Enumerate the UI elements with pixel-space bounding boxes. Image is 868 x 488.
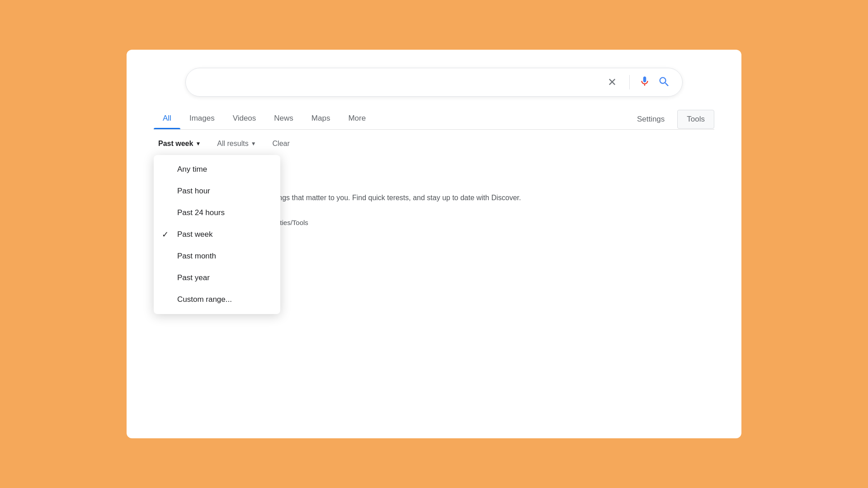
dropdown-item-past-month[interactable]: Past month (154, 245, 280, 267)
tabs-left: All Images Videos News Maps More (154, 109, 630, 129)
time-filter-caret: ▼ (195, 141, 201, 147)
tab-news[interactable]: News (265, 109, 302, 129)
dropdown-item-past-year[interactable]: Past year (154, 267, 280, 289)
tools-button[interactable]: Tools (677, 110, 714, 129)
search-button[interactable] (654, 74, 674, 91)
clear-search-icon[interactable]: ✕ (604, 74, 620, 90)
results-filter-caret: ▼ (251, 141, 256, 147)
search-bar: Google search ✕ (185, 68, 683, 97)
results-filter-label: All results (217, 140, 248, 148)
dropdown-item-past-hour[interactable]: Past hour (154, 180, 280, 202)
dropdown-item-label: Any time (177, 165, 207, 174)
tabs-right: Settings Tools (630, 110, 714, 129)
clear-button[interactable]: Clear (268, 137, 294, 150)
dropdown-item-label: Custom range... (177, 295, 232, 304)
tab-all[interactable]: All (154, 109, 180, 129)
dropdown-item-label: Past week (177, 230, 212, 239)
dropdown-item-past-24-hours[interactable]: Past 24 hours (154, 202, 280, 224)
time-filter-dropdown: Any time Past hour Past 24 hours ✓ Past … (154, 155, 280, 314)
dropdown-item-custom-range[interactable]: Custom range... (154, 289, 280, 310)
tabs-row: All Images Videos News Maps More Setting… (154, 109, 714, 130)
dropdown-item-any-time[interactable]: Any time (154, 159, 280, 180)
browser-window: Google search ✕ All Images (127, 50, 741, 438)
time-filter-button[interactable]: Past week ▼ (154, 137, 205, 150)
tab-images[interactable]: Images (180, 109, 224, 129)
dropdown-item-label: Past month (177, 252, 216, 261)
search-divider (629, 75, 630, 89)
settings-button[interactable]: Settings (630, 110, 672, 128)
mic-icon[interactable] (639, 75, 651, 89)
selected-check-icon: ✓ (162, 230, 169, 239)
dropdown-item-past-week[interactable]: ✓ Past week (154, 224, 280, 245)
tab-videos[interactable]: Videos (224, 109, 265, 129)
dropdown-item-label: Past year (177, 273, 210, 282)
results-filter-button[interactable]: All results ▼ (212, 137, 260, 150)
time-filter-label: Past week (158, 140, 193, 148)
tab-more[interactable]: More (339, 109, 375, 129)
filter-row: Past week ▼ All results ▼ Clear Any time… (154, 130, 714, 150)
search-bar-icons: ✕ (604, 74, 674, 91)
dropdown-item-label: Past 24 hours (177, 208, 225, 217)
tab-maps[interactable]: Maps (302, 109, 340, 129)
dropdown-item-label: Past hour (177, 187, 210, 196)
search-input[interactable]: Google search (194, 76, 604, 88)
